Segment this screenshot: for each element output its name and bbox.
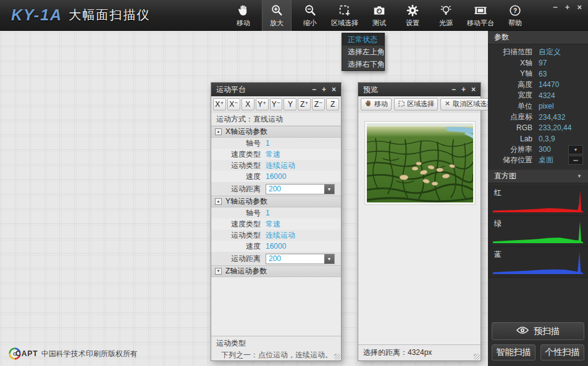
param-value[interactable]: 97 xyxy=(539,59,547,67)
preview-panel: 预览 − + × 移动 xyxy=(358,82,481,361)
param-value[interactable]: pixel xyxy=(539,102,554,110)
preview-move-button[interactable]: 移动 xyxy=(361,98,392,110)
param-value[interactable]: 300 xyxy=(539,145,551,154)
menu-item-normal-state[interactable]: 正常状态 xyxy=(342,33,384,46)
preview-area-select-button[interactable]: 区域选择 xyxy=(394,98,438,110)
panel-close-button[interactable]: × xyxy=(332,86,336,93)
param-row: 速度类型 常速 xyxy=(211,218,341,230)
prescan-button[interactable]: 预扫描 xyxy=(492,322,584,340)
window-close-button[interactable]: × xyxy=(577,4,582,11)
top-toolbar: KY-1A 大幅面扫描仪 移动 xyxy=(0,0,588,31)
section-title: Z轴运动参数 xyxy=(225,266,267,277)
axis-y-plus-button[interactable]: Y⁺ xyxy=(256,98,269,110)
y-axis-section-header[interactable]: ▲ Y轴运动参数 xyxy=(211,196,341,207)
param-value[interactable]: 连续运动 xyxy=(266,160,295,171)
toolbar-help-button[interactable]: ? 帮助 xyxy=(500,0,530,31)
param-label: 运动距离 xyxy=(211,184,266,194)
window-maximize-button[interactable]: + xyxy=(565,4,570,11)
z-axis-section-header[interactable]: ▼ Z轴运动参数 xyxy=(211,265,341,277)
params-list: 扫描范围 自定义 X轴 97 Y轴 63 高度 14470 宽度 4324 单位… xyxy=(488,44,588,167)
axis-z-minus-button[interactable]: Z⁻ xyxy=(312,98,325,110)
window-controls: − + × xyxy=(553,4,582,11)
param-row: 速度 16000 xyxy=(211,171,341,182)
preview-image[interactable] xyxy=(364,121,476,205)
toolbar-item-label: 设置 xyxy=(406,19,419,28)
panel-minimize-button[interactable]: − xyxy=(312,86,316,93)
smart-scan-button[interactable]: 智能扫描 xyxy=(492,344,536,360)
panel-close-button[interactable]: × xyxy=(471,86,476,93)
custom-scan-button[interactable]: 个性扫描 xyxy=(540,344,584,360)
param-value[interactable]: 连续运动 xyxy=(266,230,295,241)
param-value[interactable]: 4324 xyxy=(539,91,555,100)
param-row: 运动类型 连续运动 xyxy=(211,160,341,171)
param-row-height: 高度 14470 xyxy=(488,80,588,91)
chevron-down-icon[interactable]: ▼ xyxy=(324,254,334,264)
param-label: 储存位置 xyxy=(488,155,532,165)
zoom-out-icon xyxy=(303,4,317,17)
param-value[interactable]: 16000 xyxy=(266,242,286,251)
param-label: 轴号 xyxy=(211,208,266,218)
preview-button-label: 移动 xyxy=(374,99,388,109)
app-title: 大幅面扫描仪 xyxy=(69,7,150,23)
axis-x-plus-button[interactable]: X⁺ xyxy=(213,98,226,110)
resolution-dropdown-button[interactable]: ▼ xyxy=(568,145,583,154)
param-value[interactable]: 63 xyxy=(539,70,547,78)
param-value[interactable]: 16000 xyxy=(266,172,286,181)
param-value[interactable]: 1 xyxy=(266,209,270,217)
collapse-up-icon[interactable]: ▲ xyxy=(215,198,222,205)
motion-panel-titlebar[interactable]: 运动平台 − + × xyxy=(211,83,341,96)
axis-x-button[interactable]: X xyxy=(242,98,254,110)
collapse-down-icon[interactable]: ▼ xyxy=(215,268,222,275)
param-label: Y轴 xyxy=(488,69,532,79)
preview-panel-title: 预览 xyxy=(363,85,378,95)
dropdown-value[interactable]: 200 xyxy=(266,185,324,194)
preview-button-label: 区域选择 xyxy=(407,99,434,109)
axis-z-plus-button[interactable]: Z⁺ xyxy=(298,98,311,110)
zoom-in-icon xyxy=(270,4,284,17)
param-value[interactable]: 1 xyxy=(266,139,270,148)
axis-y-button[interactable]: Y xyxy=(284,98,296,110)
param-value[interactable]: 14470 xyxy=(539,80,559,89)
param-row: 运动类型 连续运动 xyxy=(211,230,341,241)
resize-grip[interactable] xyxy=(474,354,480,360)
x-axis-section-header[interactable]: ▲ X轴运动参数 xyxy=(211,126,341,138)
custom-scan-button-label: 个性扫描 xyxy=(545,347,580,358)
preview-panel-titlebar[interactable]: 预览 − + × xyxy=(358,83,481,96)
param-value[interactable]: 自定义 xyxy=(539,47,561,57)
menu-item-select-bottom-right[interactable]: 选择右下角 xyxy=(342,58,384,70)
menu-item-select-top-left[interactable]: 选择左上角 xyxy=(342,46,384,58)
panel-maximize-button[interactable]: + xyxy=(322,86,326,93)
axis-x-minus-button[interactable]: X⁻ xyxy=(227,98,240,110)
eye-icon xyxy=(516,326,529,336)
param-value[interactable]: 桌面 xyxy=(539,155,553,165)
toolbar-test-button[interactable]: 测试 xyxy=(364,0,394,31)
param-row-resolution: 分辨率 300 ▼ xyxy=(488,144,588,156)
panel-maximize-button[interactable]: + xyxy=(461,86,466,93)
param-value[interactable]: 常速 xyxy=(266,219,280,230)
panel-minimize-button[interactable]: − xyxy=(452,86,456,93)
toolbar-zoom-in-button[interactable]: 放大 xyxy=(262,0,292,31)
cancel-icon xyxy=(444,100,451,108)
light-bulb-icon xyxy=(439,4,453,17)
toolbar-settings-button[interactable]: 设置 xyxy=(398,0,427,31)
dropdown-value[interactable]: 200 xyxy=(266,254,324,264)
axis-y-minus-button[interactable]: Y⁻ xyxy=(270,98,283,110)
param-row-x-axis: X轴 97 xyxy=(488,58,588,69)
toolbar-zoom-out-button[interactable]: 缩小 xyxy=(295,0,325,31)
chevron-down-icon[interactable]: ▼ xyxy=(577,173,582,179)
param-value[interactable]: 常速 xyxy=(266,149,280,160)
y-distance-dropdown[interactable]: 200 ▼ xyxy=(266,254,335,264)
chevron-down-icon[interactable]: ▼ xyxy=(324,185,334,194)
browse-ellipsis-button[interactable]: ••• xyxy=(568,156,583,165)
toolbar-platform-button[interactable]: 移动平台 xyxy=(464,0,497,31)
preview-status-bar: 选择的距离：4324px xyxy=(358,344,481,360)
motion-panel-footer: 运动类型 下列之一：点位运动，连续运动。 xyxy=(211,336,341,360)
collapse-up-icon[interactable]: ▲ xyxy=(215,128,222,135)
toolbar-area-select-button[interactable]: 区域选择 xyxy=(329,0,361,31)
toolbar-light-button[interactable]: 光源 xyxy=(431,0,461,31)
window-minimize-button[interactable]: − xyxy=(553,4,558,11)
resize-grip[interactable] xyxy=(334,354,340,360)
toolbar-move-button[interactable]: 移动 xyxy=(229,0,258,31)
axis-z-button[interactable]: Z xyxy=(326,98,339,110)
x-distance-dropdown[interactable]: 200 ▼ xyxy=(266,184,335,194)
